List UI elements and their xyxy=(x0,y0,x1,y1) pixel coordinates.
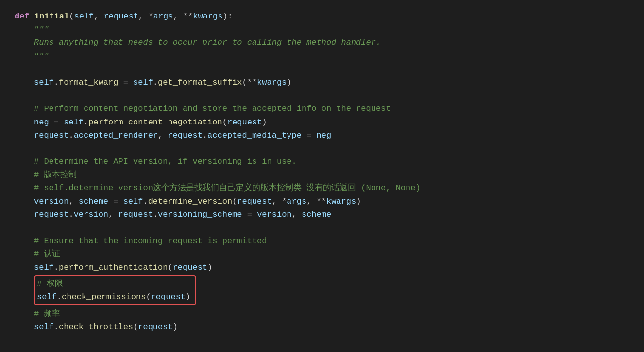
dot9: . xyxy=(54,263,59,272)
attr-format-kwarg: format_kwarg xyxy=(59,78,118,87)
code-line-20: self.perform_authentication(request) xyxy=(15,261,629,274)
method-determine-version: determine_version xyxy=(148,197,232,206)
param-request4: request xyxy=(173,263,207,272)
comma: , xyxy=(158,131,168,140)
op4: = xyxy=(108,197,123,206)
punc: ( xyxy=(69,12,74,21)
param-request6: request xyxy=(138,322,172,332)
attr-version: version xyxy=(74,210,108,219)
comma5: , xyxy=(108,210,118,219)
code-line-9: neg = self.perform_content_negotiation(r… xyxy=(15,116,629,129)
self-ref4: self xyxy=(123,197,143,206)
code-line-10: request.accepted_renderer, request.accep… xyxy=(15,129,629,142)
dot11: . xyxy=(54,322,59,332)
code-line-4: """ xyxy=(15,50,629,63)
code-line-3: Runs anything that needs to occur prior … xyxy=(15,36,629,49)
code-viewer: def initial(self, request, *args, **kwar… xyxy=(15,10,629,334)
method-perform-content-negotiation: perform_content_negotiation xyxy=(88,118,222,127)
var-scheme2: scheme xyxy=(302,210,331,219)
code-line-13: # 版本控制 xyxy=(15,168,629,181)
self-kw: self xyxy=(74,12,94,21)
code-line-18: # Ensure that the incoming request is pe… xyxy=(15,234,629,247)
keyword-def: def xyxy=(15,12,34,21)
code-line-8: # Perform content negotiation and store … xyxy=(15,102,629,115)
self-ref: self xyxy=(34,78,54,87)
paren3: ( xyxy=(222,118,227,127)
comma6: , xyxy=(292,210,302,219)
param-request2: request xyxy=(227,118,262,127)
var-request3: request xyxy=(34,210,68,219)
code-line-16: request.version, request.versioning_sche… xyxy=(15,208,629,221)
comment-zh-auth: # 认证 xyxy=(34,249,60,259)
op: = xyxy=(118,78,133,87)
code-line-21: # 权限 xyxy=(37,277,190,290)
comment-zh-throttle: # 频率 xyxy=(34,309,60,318)
method-perform-auth: perform_authentication xyxy=(59,263,168,272)
comment-negotiation: # Perform content negotiation and store … xyxy=(34,104,391,113)
paren2: ) xyxy=(287,78,291,87)
param-args: args xyxy=(153,12,173,21)
var-version2: version xyxy=(257,210,291,219)
code-line-14: # self.determine_version这个方法是找我们自己定义的版本控… xyxy=(15,181,629,194)
dot: . xyxy=(54,78,59,87)
code-line-blank-4 xyxy=(15,221,629,234)
self-ref7: self xyxy=(34,322,54,332)
code-line-22: self.check_permissions(request) xyxy=(37,290,190,303)
param-kwargs: kwargs xyxy=(193,12,222,21)
dot3: . xyxy=(84,118,88,127)
paren4: ) xyxy=(262,118,267,127)
var-request: request xyxy=(34,131,68,140)
paren12: ) xyxy=(173,322,178,332)
docstring-close: """ xyxy=(34,52,49,61)
punc: , xyxy=(94,12,103,21)
paren5: ( xyxy=(232,197,237,206)
punc: ): xyxy=(223,12,233,21)
paren10: ) xyxy=(186,292,190,301)
attr-accepted-renderer: accepted_renderer xyxy=(74,131,158,140)
comment-permitted: # Ensure that the incoming request is pe… xyxy=(34,236,267,246)
self-ref5: self xyxy=(34,263,54,272)
method-get-format-suffix: get_format_suffix xyxy=(158,78,242,87)
paren9: ( xyxy=(146,292,151,301)
method-check-throttles: check_throttles xyxy=(59,322,133,332)
dot6: . xyxy=(143,197,148,206)
param-request5: request xyxy=(151,292,186,301)
param-kwargs3: kwargs xyxy=(326,197,356,206)
code-line-blank-2 xyxy=(15,89,629,102)
code-content: def initial(self, request, *args, **kwar… xyxy=(15,10,629,334)
comment-versioning: # Determine the API version, if versioni… xyxy=(34,157,297,166)
docstring-open: """ xyxy=(34,25,49,34)
comma2: , xyxy=(68,197,78,206)
dot5: . xyxy=(203,131,207,140)
var-neg: neg xyxy=(34,118,49,127)
comma3: , * xyxy=(272,197,287,206)
var-version: version xyxy=(34,197,68,206)
paren6: ) xyxy=(356,197,361,206)
attr-versioning-scheme: versioning_scheme xyxy=(158,210,242,219)
paren8: ) xyxy=(207,263,212,272)
code-line-24: self.check_throttles(request) xyxy=(15,320,629,334)
comma4: , ** xyxy=(306,197,326,206)
dot4: . xyxy=(68,131,73,140)
docstring-text: Runs anything that needs to occur prior … xyxy=(34,38,381,47)
paren7: ( xyxy=(168,263,172,272)
self-ref6: self xyxy=(37,292,57,301)
code-line-23: # 频率 xyxy=(15,307,629,320)
var-scheme: scheme xyxy=(79,197,108,206)
paren11: ( xyxy=(133,322,138,332)
self-ref2: self xyxy=(133,78,153,87)
code-line-blank-3 xyxy=(15,142,629,155)
op2: = xyxy=(49,118,64,127)
dot2: . xyxy=(153,78,158,87)
var-neg2: neg xyxy=(317,131,332,140)
attr-accepted-media-type: accepted_media_type xyxy=(207,131,302,140)
dot7: . xyxy=(68,210,73,219)
op5: = xyxy=(242,210,257,219)
op3: = xyxy=(302,131,317,140)
highlighted-permissions-box: # 权限 self.check_permissions(request) xyxy=(34,275,196,305)
func-name: initial xyxy=(34,12,69,21)
dot10: . xyxy=(57,292,62,301)
code-line-blank-1 xyxy=(15,63,629,76)
method-check-permissions: check_permissions xyxy=(62,292,146,301)
param-kwargs2: kwargs xyxy=(257,78,287,87)
